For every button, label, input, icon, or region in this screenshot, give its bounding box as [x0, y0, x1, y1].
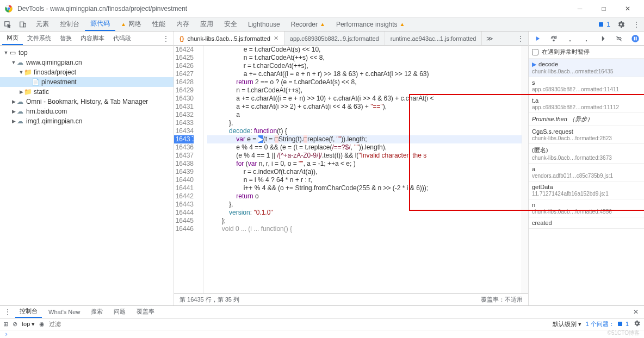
tree-item[interactable]: ▼☁www.qimingpian.cn	[0, 58, 174, 67]
call-stack: ▶decodechunk-libs.0acb…ormatted:16435sap…	[529, 59, 644, 305]
context-selector[interactable]: top ▾	[22, 321, 35, 328]
stack-frame[interactable]: ▶decodechunk-libs.0acb…ormatted:16435	[529, 59, 644, 77]
console-prompt[interactable]: ›	[0, 330, 644, 338]
drawer-tab-whatsnew[interactable]: What's New	[44, 306, 84, 318]
drawer-tab-search[interactable]: 搜索	[86, 306, 107, 318]
inspect-element-icon[interactable]	[0, 17, 15, 31]
line-gutter[interactable]: 1642416425164261642716428164291643016431…	[174, 46, 204, 293]
settings-icon[interactable]	[614, 17, 629, 31]
editor-menu-icon[interactable]: ⋮	[513, 35, 528, 42]
tab-perfinsights[interactable]: Performance insights ▲	[331, 17, 411, 31]
watermark: ©51CTO博客	[608, 329, 640, 337]
tree-item[interactable]: ▶📁static	[0, 87, 174, 97]
console-filter-input[interactable]	[49, 319, 296, 329]
stack-frame[interactable]: (匿名)chunk-libs.0acb…formatted:3673	[529, 144, 644, 164]
device-toolbar-icon[interactable]	[15, 17, 30, 31]
drawer-tabs: ⋮ 控制台 What's New 搜索 问题 覆盖率 ✕	[0, 306, 644, 318]
deactivate-breakpoints-button[interactable]	[611, 32, 627, 45]
console-settings-icon[interactable]	[633, 320, 641, 328]
stack-frame[interactable]: nchunk-libs.0acb…formatted:4556	[529, 199, 644, 217]
svg-rect-13	[618, 322, 622, 326]
nav-tab-overrides[interactable]: 替换	[55, 32, 76, 45]
tab-lighthouse[interactable]: Lighthouse	[243, 17, 286, 31]
live-expression-icon[interactable]: ◉	[39, 321, 45, 328]
issues-indicator[interactable]: 1	[595, 17, 614, 31]
minimize-button[interactable]: ─	[568, 1, 592, 16]
drawer-issues-badge[interactable]: 1 个问题：1	[586, 320, 629, 328]
stack-frame[interactable]: CgaS.s.requestchunk-libs.0acb…formatted:…	[529, 126, 644, 144]
window-title: DevTools - www.qimingpian.cn/finosda/pro…	[17, 5, 568, 12]
step-button[interactable]	[595, 32, 610, 45]
editor-statusbar: 第 16435 行，第 35 列 覆盖率：不适用	[174, 293, 528, 305]
svg-point-8	[569, 40, 571, 41]
nav-tab-snippets[interactable]: 代码段	[109, 32, 135, 45]
nav-tab-page[interactable]: 网页	[2, 32, 23, 45]
pause-exceptions-checkbox[interactable]	[532, 49, 538, 55]
tab-recorder[interactable]: Recorder ▲	[286, 17, 331, 31]
pause-button[interactable]	[627, 32, 643, 45]
drawer-menu-icon[interactable]: ⋮	[2, 308, 13, 316]
maximize-button[interactable]: □	[592, 1, 616, 16]
preview-badge-icon: ▲	[400, 21, 405, 27]
tab-console[interactable]: 控制台	[54, 17, 85, 31]
debugger-pane: 在遇到异常时暂停 ▶decodechunk-libs.0acb…ormatted…	[529, 32, 644, 305]
step-into-button[interactable]	[562, 32, 578, 45]
step-over-button[interactable]	[546, 32, 562, 45]
tree-item[interactable]: ▼▭top	[0, 48, 174, 58]
tab-security[interactable]: 安全	[219, 17, 243, 31]
stack-frame[interactable]: t.aapp.c689305b882…ormatted:11112	[529, 95, 644, 113]
stack-frame[interactable]: created	[529, 217, 644, 229]
log-level-selector[interactable]: 默认级别 ▾	[553, 320, 581, 328]
main-tabs: 元素 控制台 源代码 ▲网络 性能 内存 应用 安全 Lighthouse Re…	[0, 17, 644, 32]
tree-item[interactable]: ▶☁hm.baidu.com	[0, 107, 174, 116]
editor-tab-0[interactable]: {}chunk-libs.0acb...5.js:formatted✕	[174, 32, 284, 45]
editor-tab-1[interactable]: app.c689305b882...9.js:formatted	[284, 32, 385, 45]
stack-frame[interactable]: Promise.then （异步）	[529, 113, 644, 126]
editor-tabs: {}chunk-libs.0acb...5.js:formatted✕ app.…	[174, 32, 528, 46]
coverage-label: 覆盖率：不适用	[481, 296, 523, 304]
overview-ruler[interactable]	[522, 46, 528, 293]
svg-rect-12	[635, 36, 636, 40]
tree-item[interactable]: ▶☁Omni - Bookmark, History, & Tab Manage…	[0, 97, 174, 107]
code-content[interactable]: e = t.charCodeAt(s) << 10, n = t.charCod…	[204, 46, 528, 293]
editor-pane: {}chunk-libs.0acb...5.js:formatted✕ app.…	[174, 32, 529, 305]
more-menu-icon[interactable]: ⋮	[629, 17, 644, 31]
tree-item[interactable]: 📄pinvestment	[0, 77, 174, 87]
drawer-tab-issues[interactable]: 问题	[109, 306, 130, 318]
drawer-tab-coverage[interactable]: 覆盖率	[132, 306, 159, 318]
tab-network[interactable]: ▲网络	[115, 17, 147, 31]
tab-sources[interactable]: 源代码	[85, 17, 115, 31]
console-sidebar-icon[interactable]: ⊞	[3, 321, 8, 328]
nav-more-icon[interactable]: ⋮	[158, 35, 174, 42]
tab-application[interactable]: 应用	[195, 17, 219, 31]
pause-on-exceptions-row: 在遇到异常时暂停	[529, 46, 644, 59]
nav-tab-contentscripts[interactable]: 内容脚本	[76, 32, 109, 45]
editor-tab-2[interactable]: runtime.ae943ac...1.js:formatted	[385, 32, 482, 45]
svg-point-10	[631, 35, 639, 42]
navigator-pane: 网页 文件系统 替换 内容脚本 代码段 ⋮ ▼▭top▼☁www.qimingp…	[0, 32, 174, 305]
step-out-button[interactable]	[579, 32, 595, 45]
navigator-tabs: 网页 文件系统 替换 内容脚本 代码段 ⋮	[0, 32, 174, 46]
close-icon[interactable]: ✕	[274, 35, 278, 42]
tab-memory[interactable]: 内存	[171, 17, 195, 31]
tab-elements[interactable]: 元素	[30, 17, 54, 31]
devtools-icon	[4, 4, 13, 13]
stack-frame[interactable]: sapp.c689305b882…ormatted:11411	[529, 77, 644, 95]
resume-button[interactable]	[530, 32, 546, 45]
code-editor[interactable]: 1642416425164261642716428164291643016431…	[174, 46, 528, 293]
nav-tab-filesystem[interactable]: 文件系统	[23, 32, 55, 45]
tree-item[interactable]: ▼📁finosda/project	[0, 67, 174, 77]
console-toolbar: ⊞ ⊘ top ▾ ◉ 默认级别 ▾ 1 个问题：1	[0, 318, 644, 331]
cursor-position: 第 16435 行，第 35 列	[179, 296, 239, 304]
tree-item[interactable]: ▶☁img1.qimingpian.cn	[0, 116, 174, 126]
stack-frame[interactable]: getData11.71271424afb16a152bd9.js:1	[529, 181, 644, 199]
stack-frame[interactable]: avendors.adfb01f…c85c735b9.js:1	[529, 164, 644, 181]
tab-performance[interactable]: 性能	[147, 17, 171, 31]
drawer-close-icon[interactable]: ✕	[630, 308, 642, 316]
close-window-button[interactable]: ✕	[616, 1, 640, 16]
editor-more-icon[interactable]: ≫	[482, 35, 498, 42]
debug-toolbar	[529, 32, 644, 46]
svg-point-9	[586, 40, 587, 41]
drawer-tab-console[interactable]: 控制台	[15, 306, 42, 318]
console-clear-icon[interactable]: ⊘	[13, 321, 17, 328]
